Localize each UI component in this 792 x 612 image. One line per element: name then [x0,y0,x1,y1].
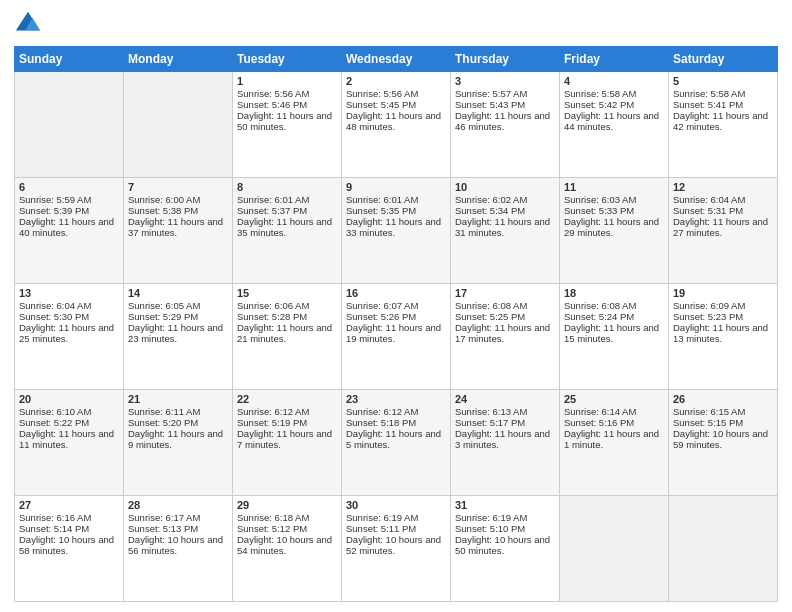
calendar-cell: 29Sunrise: 6:18 AMSunset: 5:12 PMDayligh… [233,496,342,602]
day-info: Sunset: 5:10 PM [455,523,555,534]
calendar-cell: 6Sunrise: 5:59 AMSunset: 5:39 PMDaylight… [15,178,124,284]
day-number: 7 [128,181,228,193]
calendar-cell: 10Sunrise: 6:02 AMSunset: 5:34 PMDayligh… [451,178,560,284]
day-number: 30 [346,499,446,511]
day-info: Sunset: 5:33 PM [564,205,664,216]
day-info: Sunset: 5:25 PM [455,311,555,322]
day-info: Sunrise: 6:07 AM [346,300,446,311]
day-number: 26 [673,393,773,405]
day-info: Sunset: 5:29 PM [128,311,228,322]
day-info: Daylight: 11 hours and 9 minutes. [128,428,228,450]
day-info: Daylight: 11 hours and 46 minutes. [455,110,555,132]
day-info: Daylight: 10 hours and 56 minutes. [128,534,228,556]
day-info: Sunset: 5:15 PM [673,417,773,428]
col-saturday: Saturday [669,47,778,72]
day-info: Daylight: 11 hours and 11 minutes. [19,428,119,450]
day-number: 19 [673,287,773,299]
day-info: Sunrise: 6:15 AM [673,406,773,417]
col-tuesday: Tuesday [233,47,342,72]
day-info: Daylight: 11 hours and 27 minutes. [673,216,773,238]
day-info: Daylight: 11 hours and 31 minutes. [455,216,555,238]
day-number: 28 [128,499,228,511]
day-info: Sunrise: 6:12 AM [237,406,337,417]
day-info: Sunset: 5:39 PM [19,205,119,216]
calendar-cell [560,496,669,602]
calendar-cell: 5Sunrise: 5:58 AMSunset: 5:41 PMDaylight… [669,72,778,178]
calendar-cell: 1Sunrise: 5:56 AMSunset: 5:46 PMDaylight… [233,72,342,178]
day-info: Sunset: 5:17 PM [455,417,555,428]
day-info: Sunset: 5:18 PM [346,417,446,428]
day-info: Sunrise: 6:01 AM [237,194,337,205]
col-monday: Monday [124,47,233,72]
day-info: Daylight: 10 hours and 50 minutes. [455,534,555,556]
calendar-cell: 15Sunrise: 6:06 AMSunset: 5:28 PMDayligh… [233,284,342,390]
day-info: Daylight: 11 hours and 19 minutes. [346,322,446,344]
calendar-cell: 20Sunrise: 6:10 AMSunset: 5:22 PMDayligh… [15,390,124,496]
day-number: 24 [455,393,555,405]
calendar-cell: 8Sunrise: 6:01 AMSunset: 5:37 PMDaylight… [233,178,342,284]
calendar-cell: 13Sunrise: 6:04 AMSunset: 5:30 PMDayligh… [15,284,124,390]
day-info: Sunrise: 6:04 AM [19,300,119,311]
day-info: Sunrise: 6:00 AM [128,194,228,205]
day-info: Sunrise: 6:17 AM [128,512,228,523]
calendar-cell: 25Sunrise: 6:14 AMSunset: 5:16 PMDayligh… [560,390,669,496]
logo [14,10,46,38]
day-number: 6 [19,181,119,193]
day-info: Sunrise: 6:02 AM [455,194,555,205]
day-info: Sunset: 5:42 PM [564,99,664,110]
day-info: Daylight: 11 hours and 33 minutes. [346,216,446,238]
day-number: 15 [237,287,337,299]
header [14,10,778,38]
calendar-cell: 21Sunrise: 6:11 AMSunset: 5:20 PMDayligh… [124,390,233,496]
day-number: 8 [237,181,337,193]
day-info: Sunrise: 6:16 AM [19,512,119,523]
calendar-cell: 18Sunrise: 6:08 AMSunset: 5:24 PMDayligh… [560,284,669,390]
day-info: Daylight: 11 hours and 17 minutes. [455,322,555,344]
day-info: Sunset: 5:37 PM [237,205,337,216]
calendar-cell: 9Sunrise: 6:01 AMSunset: 5:35 PMDaylight… [342,178,451,284]
day-number: 27 [19,499,119,511]
day-info: Daylight: 11 hours and 3 minutes. [455,428,555,450]
calendar-week-1: 1Sunrise: 5:56 AMSunset: 5:46 PMDaylight… [15,72,778,178]
day-info: Daylight: 11 hours and 7 minutes. [237,428,337,450]
day-number: 22 [237,393,337,405]
day-info: Daylight: 11 hours and 37 minutes. [128,216,228,238]
day-info: Daylight: 11 hours and 35 minutes. [237,216,337,238]
day-info: Sunset: 5:34 PM [455,205,555,216]
calendar-cell: 24Sunrise: 6:13 AMSunset: 5:17 PMDayligh… [451,390,560,496]
day-number: 2 [346,75,446,87]
day-info: Daylight: 11 hours and 5 minutes. [346,428,446,450]
day-info: Daylight: 11 hours and 44 minutes. [564,110,664,132]
calendar-cell: 7Sunrise: 6:00 AMSunset: 5:38 PMDaylight… [124,178,233,284]
day-number: 3 [455,75,555,87]
day-number: 25 [564,393,664,405]
calendar-cell [124,72,233,178]
calendar-cell: 19Sunrise: 6:09 AMSunset: 5:23 PMDayligh… [669,284,778,390]
day-info: Sunset: 5:12 PM [237,523,337,534]
day-number: 20 [19,393,119,405]
day-info: Sunrise: 6:11 AM [128,406,228,417]
day-info: Sunset: 5:31 PM [673,205,773,216]
calendar-cell: 17Sunrise: 6:08 AMSunset: 5:25 PMDayligh… [451,284,560,390]
calendar-week-2: 6Sunrise: 5:59 AMSunset: 5:39 PMDaylight… [15,178,778,284]
day-number: 14 [128,287,228,299]
day-info: Sunset: 5:14 PM [19,523,119,534]
day-info: Sunrise: 6:03 AM [564,194,664,205]
day-info: Daylight: 11 hours and 25 minutes. [19,322,119,344]
calendar-cell: 28Sunrise: 6:17 AMSunset: 5:13 PMDayligh… [124,496,233,602]
calendar-cell: 11Sunrise: 6:03 AMSunset: 5:33 PMDayligh… [560,178,669,284]
day-info: Sunrise: 6:01 AM [346,194,446,205]
calendar-cell: 16Sunrise: 6:07 AMSunset: 5:26 PMDayligh… [342,284,451,390]
day-info: Sunset: 5:24 PM [564,311,664,322]
col-wednesday: Wednesday [342,47,451,72]
day-info: Sunset: 5:30 PM [19,311,119,322]
day-info: Sunrise: 6:05 AM [128,300,228,311]
col-thursday: Thursday [451,47,560,72]
day-info: Daylight: 11 hours and 23 minutes. [128,322,228,344]
calendar-cell: 4Sunrise: 5:58 AMSunset: 5:42 PMDaylight… [560,72,669,178]
page: Sunday Monday Tuesday Wednesday Thursday… [0,0,792,612]
day-info: Daylight: 10 hours and 59 minutes. [673,428,773,450]
day-info: Daylight: 10 hours and 52 minutes. [346,534,446,556]
day-number: 31 [455,499,555,511]
day-info: Daylight: 11 hours and 1 minute. [564,428,664,450]
